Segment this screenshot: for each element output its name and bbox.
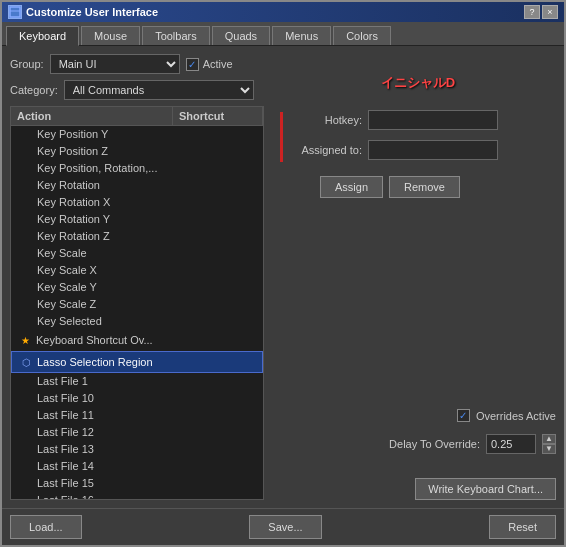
list-item-text: Key Rotation X — [17, 196, 177, 208]
list-item[interactable]: Last File 14 — [11, 458, 263, 475]
tab-mouse[interactable]: Mouse — [81, 26, 140, 45]
hotkey-row: Hotkey: — [287, 110, 498, 130]
shortcut-header: Shortcut — [173, 107, 263, 125]
hotkey-input[interactable] — [368, 110, 498, 130]
list-item[interactable]: Key Rotation — [11, 177, 263, 194]
group-label: Group: — [10, 58, 44, 70]
list-item[interactable]: Key Scale Y — [11, 279, 263, 296]
content-area: Group: Main UI ✓ Active Category: All Co… — [2, 46, 564, 508]
list-item[interactable]: Last File 16 — [11, 492, 263, 499]
remove-button[interactable]: Remove — [389, 176, 460, 198]
overrides-label: Overrides Active — [476, 410, 556, 422]
active-checkbox[interactable]: ✓ — [186, 58, 199, 71]
tab-menus[interactable]: Menus — [272, 26, 331, 45]
list-header: Action Shortcut — [11, 107, 263, 126]
tab-quads[interactable]: Quads — [212, 26, 270, 45]
tab-toolbars[interactable]: Toolbars — [142, 26, 210, 45]
list-item-text: Lasso Selection Region — [37, 356, 176, 368]
active-checkbox-label: ✓ Active — [186, 58, 233, 71]
list-item[interactable]: Key Scale Z — [11, 296, 263, 313]
star-icon: ★ — [17, 332, 33, 348]
assign-remove-row: Assign Remove — [320, 176, 556, 198]
close-button[interactable]: × — [542, 5, 558, 19]
list-item-text: Key Position Z — [17, 145, 177, 157]
list-item-text: Key Selected — [17, 315, 177, 327]
category-row: Category: All Commands — [10, 80, 264, 100]
title-bar: Customize User Interface ? × — [2, 2, 564, 22]
load-button[interactable]: Load... — [10, 515, 82, 539]
delay-input[interactable] — [486, 434, 536, 454]
list-item-text: Last File 13 — [17, 443, 177, 455]
list-item-text: Key Scale Y — [17, 281, 177, 293]
list-scroll[interactable]: Key Position Y Key Position Z Key Positi… — [11, 126, 263, 499]
list-item[interactable]: Key Position, Rotation,... — [11, 160, 263, 177]
assign-button[interactable]: Assign — [320, 176, 383, 198]
list-item[interactable]: Last File 13 — [11, 441, 263, 458]
list-item[interactable]: ⬡ Lasso Selection Region — [11, 351, 263, 373]
spinner-up[interactable]: ▲ — [542, 434, 556, 444]
list-item[interactable]: Key Scale X — [11, 262, 263, 279]
delay-row: Delay To Override: ▲ ▼ — [280, 434, 556, 454]
list-item-text: Key Scale — [17, 247, 177, 259]
category-dropdown[interactable]: All Commands — [64, 80, 254, 100]
action-header: Action — [11, 107, 173, 125]
group-row: Group: Main UI ✓ Active — [10, 54, 264, 74]
list-item-text: Key Scale Z — [17, 298, 177, 310]
decorative-text: イニシャルD — [280, 74, 556, 92]
list-item[interactable]: Key Position Y — [11, 126, 263, 143]
list-item[interactable]: Last File 15 — [11, 475, 263, 492]
list-item-text: Key Rotation Z — [17, 230, 177, 242]
overrides-row: ✓ Overrides Active — [280, 409, 556, 422]
list-item[interactable]: Last File 11 — [11, 407, 263, 424]
list-item[interactable]: Last File 1 — [11, 373, 263, 390]
list-item[interactable]: Key Rotation X — [11, 194, 263, 211]
list-item[interactable]: Last File 12 — [11, 424, 263, 441]
left-panel: Group: Main UI ✓ Active Category: All Co… — [2, 46, 272, 508]
bottom-buttons: Load... Save... Reset — [2, 508, 564, 545]
save-button[interactable]: Save... — [249, 515, 321, 539]
window-title: Customize User Interface — [26, 6, 158, 18]
list-item-text: Last File 11 — [17, 409, 177, 421]
list-item-text: Key Position Y — [17, 128, 177, 140]
lasso-icon: ⬡ — [18, 354, 34, 370]
list-item[interactable]: Key Rotation Y — [11, 211, 263, 228]
list-item[interactable]: Key Selected — [11, 313, 263, 330]
delay-spinner[interactable]: ▲ ▼ — [542, 434, 556, 454]
list-item-text: Key Position, Rotation,... — [17, 162, 177, 174]
category-label: Category: — [10, 84, 58, 96]
tab-bar: Keyboard Mouse Toolbars Quads Menus Colo… — [2, 22, 564, 46]
list-item-text: Key Scale X — [17, 264, 177, 276]
list-item[interactable]: Key Scale — [11, 245, 263, 262]
tab-colors[interactable]: Colors — [333, 26, 391, 45]
list-item-text: Keyboard Shortcut Ov... — [36, 334, 177, 346]
list-item[interactable]: Key Rotation Z — [11, 228, 263, 245]
reset-button[interactable]: Reset — [489, 515, 556, 539]
tab-keyboard[interactable]: Keyboard — [6, 26, 79, 46]
assigned-to-input[interactable] — [368, 140, 498, 160]
assigned-to-label: Assigned to: — [287, 144, 362, 156]
list-item[interactable]: ★ Keyboard Shortcut Ov... — [11, 330, 263, 351]
spinner-down[interactable]: ▼ — [542, 444, 556, 454]
group-dropdown[interactable]: Main UI — [50, 54, 180, 74]
help-button[interactable]: ? — [524, 5, 540, 19]
action-list: Action Shortcut Key Position Y Key Posit… — [10, 106, 264, 500]
overrides-checkbox[interactable]: ✓ — [457, 409, 470, 422]
window-icon — [8, 5, 22, 19]
list-item-text: Last File 14 — [17, 460, 177, 472]
list-item-text: Key Rotation Y — [17, 213, 177, 225]
list-item[interactable]: Key Position Z — [11, 143, 263, 160]
list-item-text: Last File 12 — [17, 426, 177, 438]
list-item[interactable]: Last File 10 — [11, 390, 263, 407]
list-item-text: Last File 1 — [17, 375, 177, 387]
assigned-row: Assigned to: — [287, 140, 498, 160]
main-window: Customize User Interface ? × Keyboard Mo… — [0, 0, 566, 547]
list-item-text: Last File 10 — [17, 392, 177, 404]
delay-label: Delay To Override: — [389, 438, 480, 450]
active-label: Active — [203, 58, 233, 70]
hotkey-label: Hotkey: — [287, 114, 362, 126]
right-panel: イニシャルD Hotkey: Assigned to: Assign — [272, 46, 564, 508]
write-chart-button[interactable]: Write Keyboard Chart... — [415, 478, 556, 500]
svg-rect-0 — [10, 7, 20, 17]
list-item-text: Last File 15 — [17, 477, 177, 489]
left-accent — [280, 112, 283, 162]
